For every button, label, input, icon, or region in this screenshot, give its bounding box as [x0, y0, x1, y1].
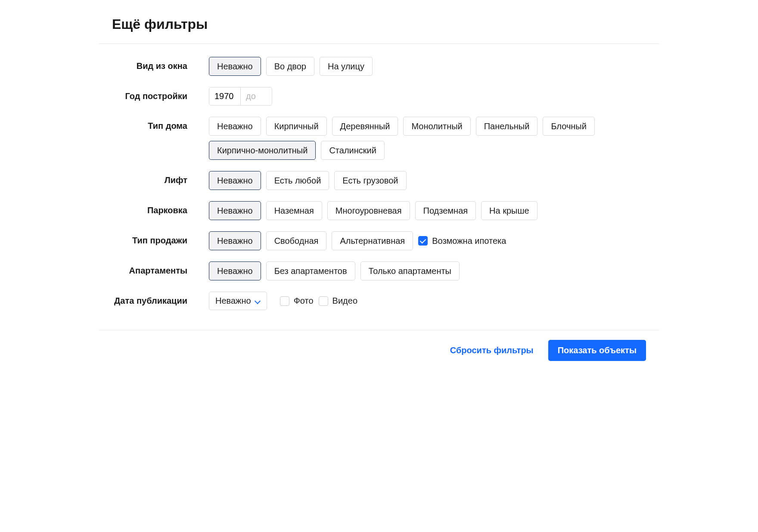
filter-option[interactable]: Есть любой [266, 171, 329, 190]
mortgage-checkbox-wrap[interactable]: Возможна ипотека [418, 236, 506, 246]
video-checkbox[interactable] [319, 296, 328, 306]
label-publish-date: Дата публикации [112, 292, 209, 306]
year-inputs [209, 87, 272, 106]
video-label: Видео [332, 296, 357, 306]
photo-checkbox[interactable] [280, 296, 289, 306]
mortgage-label: Возможна ипотека [432, 236, 506, 246]
controls-window-view: НеважноВо дворНа улицу [209, 57, 646, 76]
controls-sale-type: НеважноСвободнаяАльтернативная Возможна … [209, 231, 646, 250]
row-build-year: Год постройки [112, 87, 646, 106]
video-checkbox-wrap[interactable]: Видео [319, 296, 357, 306]
page-title: Ещё фильтры [99, 0, 659, 44]
filter-option[interactable]: На улицу [320, 57, 373, 76]
publish-date-select-value: Неважно [215, 296, 251, 306]
filter-option[interactable]: Без апартаментов [266, 261, 355, 280]
footer: Сбросить фильтры Показать объекты [99, 330, 659, 378]
year-to-input[interactable] [241, 87, 272, 105]
filter-option[interactable]: Блочный [543, 117, 595, 136]
filter-option[interactable]: Сталинский [321, 141, 384, 160]
filter-option[interactable]: Свободная [266, 231, 327, 250]
filter-option[interactable]: Кирпично-монолитный [209, 141, 316, 160]
row-elevator: Лифт НеважноЕсть любойЕсть грузовой [112, 171, 646, 190]
row-sale-type: Тип продажи НеважноСвободнаяАльтернативн… [112, 231, 646, 250]
filters-body: Вид из окна НеважноВо дворНа улицу Год п… [99, 44, 659, 330]
filter-option[interactable]: Неважно [209, 171, 261, 190]
filter-option[interactable]: Неважно [209, 117, 261, 136]
photo-label: Фото [294, 296, 314, 306]
label-house-type: Тип дома [112, 117, 209, 131]
label-apartments: Апартаменты [112, 261, 209, 276]
filter-option[interactable]: Подземная [415, 201, 476, 220]
filter-option[interactable]: Во двор [266, 57, 314, 76]
controls-parking: НеважноНаземнаяМногоуровневаяПодземнаяНа… [209, 201, 646, 220]
filter-option[interactable]: На крыше [481, 201, 537, 220]
photo-checkbox-wrap[interactable]: Фото [280, 296, 314, 306]
controls-build-year [209, 87, 646, 106]
filter-option[interactable]: Монолитный [403, 117, 470, 136]
filter-option[interactable]: Наземная [266, 201, 322, 220]
filter-option[interactable]: Кирпичный [266, 117, 327, 136]
mortgage-checkbox[interactable] [418, 236, 428, 246]
filter-option[interactable]: Неважно [209, 57, 261, 76]
controls-publish-date: Неважно Фото Видео [209, 292, 646, 310]
row-parking: Парковка НеважноНаземнаяМногоуровневаяПо… [112, 201, 646, 220]
label-window-view: Вид из окна [112, 57, 209, 71]
controls-apartments: НеважноБез апартаментовТолько апартамент… [209, 261, 646, 280]
chevron-down-icon [255, 298, 261, 304]
reset-filters-button[interactable]: Сбросить фильтры [447, 345, 536, 356]
show-objects-button[interactable]: Показать объекты [548, 340, 646, 361]
filter-option[interactable]: Только апартаменты [360, 261, 460, 280]
controls-house-type: НеважноКирпичныйДеревянныйМонолитныйПане… [209, 117, 646, 160]
filter-option[interactable]: Панельный [476, 117, 538, 136]
label-build-year: Год постройки [112, 87, 209, 101]
filter-option[interactable]: Неважно [209, 231, 261, 250]
filter-option[interactable]: Неважно [209, 261, 261, 280]
filter-option[interactable]: Альтернативная [332, 231, 413, 250]
row-apartments: Апартаменты НеважноБез апартаментовТольк… [112, 261, 646, 280]
year-from-input[interactable] [209, 87, 240, 105]
row-publish-date: Дата публикации Неважно Фото Видео [112, 292, 646, 310]
label-sale-type: Тип продажи [112, 231, 209, 246]
row-house-type: Тип дома НеважноКирпичныйДеревянныйМонол… [112, 117, 646, 160]
publish-date-select[interactable]: Неважно [209, 292, 267, 310]
controls-elevator: НеважноЕсть любойЕсть грузовой [209, 171, 646, 190]
filter-option[interactable]: Деревянный [332, 117, 398, 136]
row-window-view: Вид из окна НеважноВо дворНа улицу [112, 57, 646, 76]
filter-option[interactable]: Многоуровневая [327, 201, 410, 220]
label-elevator: Лифт [112, 171, 209, 185]
label-parking: Парковка [112, 201, 209, 215]
filter-option[interactable]: Неважно [209, 201, 261, 220]
filter-option[interactable]: Есть грузовой [334, 171, 406, 190]
